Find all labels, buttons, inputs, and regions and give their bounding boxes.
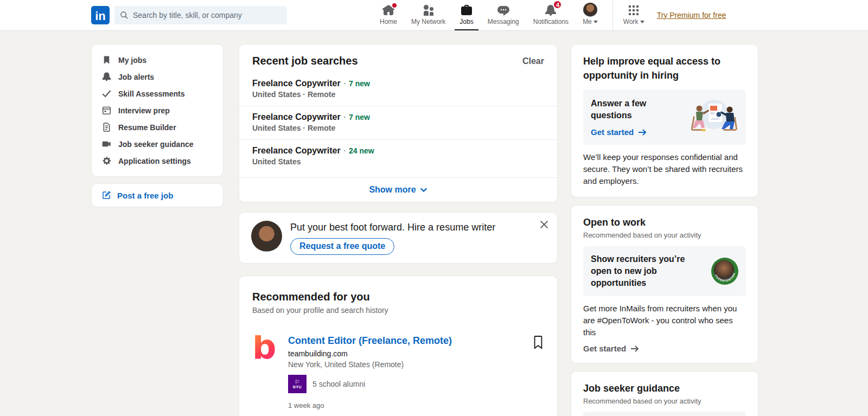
job-title-link[interactable]: Content Editor (Freelance, Remote): [288, 335, 452, 347]
open-to-work-avatar: #OPENTOWORK: [711, 258, 738, 285]
nav-home[interactable]: Home: [373, 0, 404, 30]
resume-writer-avatar: [251, 221, 282, 252]
recent-search-row[interactable]: Freelance Copywriter·7 new United States…: [239, 73, 557, 106]
linkedin-logo[interactable]: in: [91, 6, 110, 24]
sidebar-item-job-alerts[interactable]: Job alerts: [92, 68, 223, 85]
post-free-job-button[interactable]: Post a free job: [91, 183, 224, 207]
briefcase-icon: [460, 4, 473, 17]
post-free-job-label: Post a free job: [117, 191, 173, 200]
sidebar-item-interview-prep[interactable]: Interview prep: [92, 102, 223, 119]
separator: ·: [343, 79, 346, 88]
recommended-card: Recommended for you Based on your profil…: [239, 276, 558, 416]
nav-me[interactable]: Me: [576, 0, 605, 30]
nav-messaging[interactable]: Messaging: [481, 0, 526, 30]
teambuilding-company-logo: b: [252, 335, 278, 361]
equal-access-get-started[interactable]: Get started: [591, 127, 684, 137]
chevron-down-icon: [593, 21, 598, 23]
sidebar-item-label: Resume Builder: [118, 123, 176, 132]
bookmark-icon: [101, 55, 112, 65]
edit-icon: [101, 190, 111, 200]
search-query[interactable]: Freelance Copywriter: [252, 146, 341, 155]
search-icon: [120, 11, 129, 20]
nav-notifications[interactable]: 4 Notifications: [526, 0, 576, 30]
sidebar-item-label: Job seeker guidance: [118, 140, 194, 149]
sidebar-item-application-settings[interactable]: Application settings: [92, 152, 223, 169]
sidebar-item-resume-builder[interactable]: Resume Builder: [92, 119, 223, 136]
job-posted-age: 1 week ago: [288, 401, 452, 409]
hiring-survey-illustration: [688, 97, 738, 138]
nav-work-label: Work: [623, 18, 639, 25]
request-quote-button[interactable]: Request a free quote: [290, 238, 394, 255]
nav-me-label: Me: [583, 18, 592, 25]
job-company: teambuilding.com: [288, 349, 452, 358]
sidebar-item-label: Job alerts: [118, 73, 154, 81]
page-content: My jobs Job alerts Skill Assessments Int…: [91, 31, 868, 416]
recommended-title: Recommended for you: [252, 291, 544, 303]
nav-my-network[interactable]: My Network: [404, 0, 452, 30]
show-more-button[interactable]: Show more: [239, 177, 557, 202]
search-location: United States: [252, 157, 544, 166]
video-camera-icon: [101, 139, 112, 149]
close-icon[interactable]: [538, 219, 550, 231]
arrow-right-icon: [630, 345, 639, 352]
search-location: United States · Remote: [252, 90, 544, 99]
sidebar-item-skill-assessments[interactable]: Skill Assessments: [92, 85, 223, 102]
nav-work[interactable]: Work: [616, 0, 652, 30]
guidance-title: Job seeker guidance: [583, 381, 746, 395]
search-query[interactable]: Freelance Copywriter: [252, 112, 341, 121]
notifications-badge: 4: [553, 0, 562, 9]
recommended-subtitle: Based on your profile and search history: [252, 306, 544, 315]
show-more-label: Show more: [369, 185, 416, 195]
nav-divider: [612, 0, 613, 30]
alumni-count: 5 school alumni: [312, 380, 365, 388]
recent-job-searches-card: Recent job searches Clear Freelance Copy…: [239, 44, 558, 202]
alumni-insight: ⚐ NYU 5 school alumni: [288, 375, 452, 393]
bell-icon: [101, 72, 112, 82]
chevron-down-icon: [420, 186, 427, 194]
sidebar-item-my-jobs[interactable]: My jobs: [92, 52, 223, 68]
network-icon: [422, 4, 435, 17]
guidance-subtitle: Recommended based on your activity: [583, 397, 746, 405]
nyu-school-logo: ⚐ NYU: [288, 375, 307, 393]
equal-access-title: Help improve equal access to opportunity…: [583, 54, 746, 82]
jobs-sidebar-card: My jobs Job alerts Skill Assessments Int…: [91, 44, 224, 177]
top-navigation: in Home My Network Jobs: [0, 0, 868, 31]
sidebar-item-job-seeker-guidance[interactable]: Job seeker guidance: [92, 136, 223, 152]
open-to-work-prompt: Show recruiters you’re open to new job o…: [591, 253, 707, 289]
equal-access-disclaimer: We’ll keep your responses confidential a…: [583, 151, 746, 187]
new-jobs-count: 7 new: [349, 113, 370, 121]
sidebar-item-label: My jobs: [118, 56, 146, 65]
recent-search-row[interactable]: Freelance Copywriter·7 new United States…: [239, 106, 557, 140]
document-icon: [101, 122, 112, 132]
separator: ·: [343, 146, 346, 155]
equal-access-prompt: Answer a few questions: [591, 98, 684, 121]
new-jobs-count: 7 new: [349, 79, 370, 88]
nav-home-label: Home: [380, 18, 397, 25]
global-search: [114, 6, 287, 24]
arrow-right-icon: [638, 129, 647, 136]
equal-access-card: Help improve equal access to opportunity…: [571, 44, 758, 197]
sidebar-item-label: Application settings: [118, 157, 191, 165]
torch-icon: ⚐: [295, 379, 300, 385]
clear-searches-button[interactable]: Clear: [522, 56, 544, 66]
search-input[interactable]: [114, 6, 287, 24]
sidebar-item-label: Skill Assessments: [118, 89, 184, 98]
job-card[interactable]: b Content Editor (Freelance, Remote) tea…: [252, 335, 544, 409]
home-notification-dot: [391, 2, 398, 9]
guidance-prompt-box: [583, 412, 746, 416]
job-seeker-guidance-card: Job seeker guidance Recommended based on…: [571, 371, 758, 416]
nav-jobs[interactable]: Jobs: [452, 0, 480, 30]
recent-searches-title: Recent job searches: [252, 55, 358, 67]
recent-search-row[interactable]: Freelance Copywriter·24 new United State…: [239, 140, 557, 173]
work-grid-icon: [627, 4, 640, 17]
save-job-button[interactable]: [532, 335, 544, 409]
open-to-work-get-started[interactable]: Get started: [583, 344, 746, 353]
check-icon: [101, 88, 112, 99]
try-premium-link[interactable]: Try Premium for free: [656, 10, 727, 21]
nav-messaging-label: Messaging: [488, 18, 519, 25]
separator: ·: [343, 112, 346, 121]
resume-writer-banner: Put your best foot forward. Hire a resum…: [239, 212, 558, 264]
open-to-work-prompt-box: Show recruiters you’re open to new job o…: [583, 246, 746, 296]
search-query[interactable]: Freelance Copywriter: [252, 79, 341, 88]
search-location: United States · Remote: [252, 124, 544, 132]
